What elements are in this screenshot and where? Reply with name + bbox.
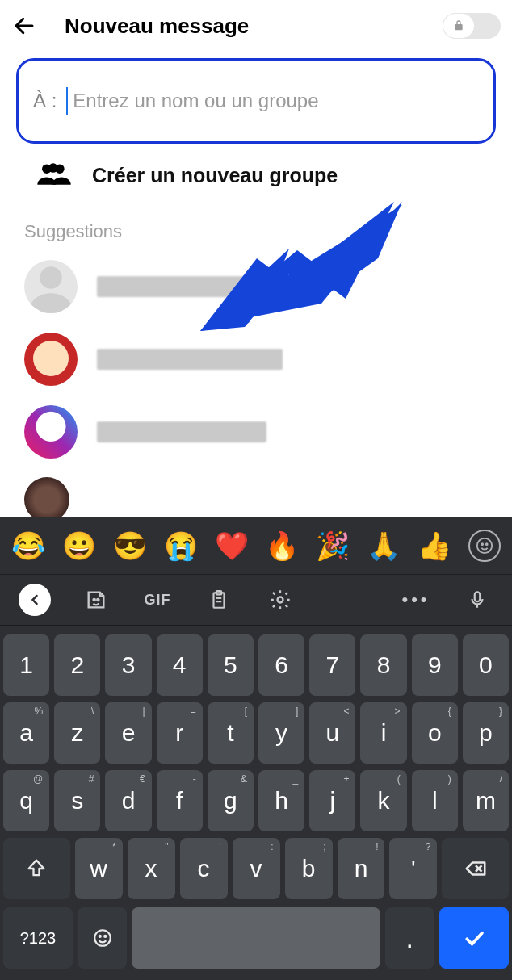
key-z[interactable]: z\: [54, 702, 100, 764]
clipboard-icon[interactable]: [191, 580, 247, 619]
emoji-cool[interactable]: 😎: [113, 530, 147, 562]
suggestion-name: [97, 421, 266, 442]
back-button[interactable]: [11, 13, 37, 39]
more-icon[interactable]: •••: [388, 580, 444, 619]
avatar: [24, 405, 78, 459]
key-symbols[interactable]: ?123: [3, 907, 73, 969]
avatar: [24, 477, 69, 522]
emoji-party[interactable]: 🎉: [316, 530, 350, 562]
key-f[interactable]: f-: [157, 770, 203, 831]
key-x[interactable]: x": [128, 838, 175, 899]
key-row-bottom: ?123 .: [0, 903, 512, 975]
key-4[interactable]: 4: [157, 634, 203, 696]
header: Nouveau message: [0, 0, 512, 52]
key-c[interactable]: c': [180, 838, 228, 899]
emoji-grin[interactable]: 😀: [62, 530, 96, 562]
emoji-cry[interactable]: 😭: [164, 530, 198, 562]
key-k[interactable]: k(: [360, 770, 406, 831]
key-1[interactable]: 1: [3, 634, 49, 696]
key-backspace[interactable]: [442, 838, 509, 899]
emoji-pray[interactable]: 🙏: [367, 530, 401, 562]
gif-button[interactable]: GIF: [129, 580, 186, 619]
key-row-4: w* x" c' v: b; n! '?: [0, 835, 512, 903]
key-8[interactable]: 8: [360, 634, 406, 696]
mic-icon[interactable]: [449, 580, 506, 619]
suggestion-item[interactable]: [24, 331, 512, 387]
key-apostrophe[interactable]: '?: [389, 838, 437, 899]
toggle-knob: [443, 14, 474, 38]
suggestion-name: [97, 276, 258, 297]
emoji-fire[interactable]: 🔥: [265, 530, 299, 562]
key-r[interactable]: r=: [157, 702, 203, 764]
text-caret: [66, 87, 68, 115]
key-h[interactable]: h_: [258, 770, 304, 831]
avatar: [24, 260, 78, 313]
key-j[interactable]: j+: [309, 770, 355, 831]
svg-point-10: [476, 538, 491, 552]
suggestions-header: Suggestions: [24, 221, 512, 242]
svg-point-23: [94, 930, 111, 946]
svg-point-25: [104, 936, 106, 937]
key-enter[interactable]: [439, 907, 509, 969]
keyboard: 😂 😀 😎 😭 ❤️ 🔥 🎉 🙏 👍 GIF •••: [0, 517, 512, 980]
svg-point-3: [48, 163, 58, 173]
key-q[interactable]: q@: [3, 770, 49, 831]
suggestion-item[interactable]: [24, 404, 512, 460]
key-7[interactable]: 7: [309, 634, 355, 696]
key-row-1: 1 2 3 4 5 6 7 8 9 0: [0, 631, 512, 699]
key-t[interactable]: t[: [208, 702, 254, 764]
key-0[interactable]: 0: [463, 634, 509, 696]
emoji-heart[interactable]: ❤️: [215, 530, 249, 562]
key-period[interactable]: .: [385, 907, 434, 969]
settings-icon[interactable]: [252, 580, 308, 619]
svg-point-12: [485, 543, 487, 545]
key-6[interactable]: 6: [258, 634, 304, 696]
secret-toggle[interactable]: [443, 13, 501, 39]
keyboard-toolbar: GIF •••: [0, 575, 512, 626]
key-i[interactable]: i>: [360, 702, 406, 764]
key-g[interactable]: g&: [208, 770, 254, 831]
key-s[interactable]: s#: [54, 770, 100, 831]
recipient-input[interactable]: [73, 86, 479, 115]
key-2[interactable]: 2: [54, 634, 100, 696]
key-p[interactable]: p}: [463, 702, 509, 764]
key-e[interactable]: e|: [105, 702, 151, 764]
key-l[interactable]: l): [412, 770, 458, 831]
svg-point-11: [481, 543, 483, 545]
key-b[interactable]: b;: [285, 838, 333, 899]
create-group-label: Créer un nouveau groupe: [92, 164, 338, 187]
key-row-3: q@ s# d€ f- g& h_ j+ k( l) m/: [0, 767, 512, 835]
key-v[interactable]: v:: [233, 838, 280, 899]
key-5[interactable]: 5: [208, 634, 254, 696]
group-icon: [36, 161, 73, 189]
key-row-2: a% z\ e| r= t[ y] u< i> o{ p}: [0, 699, 512, 767]
key-y[interactable]: y]: [258, 702, 304, 764]
key-w[interactable]: w*: [75, 838, 123, 899]
avatar: [24, 333, 78, 386]
key-o[interactable]: o{: [412, 702, 458, 764]
page-title: Nouveau message: [65, 14, 249, 39]
emoji-joy[interactable]: 😂: [11, 530, 45, 562]
key-d[interactable]: d€: [105, 770, 151, 831]
svg-rect-20: [475, 592, 481, 601]
sticker-icon[interactable]: [68, 580, 124, 619]
key-9[interactable]: 9: [412, 634, 458, 696]
key-3[interactable]: 3: [105, 634, 151, 696]
emoji-picker-icon[interactable]: [468, 530, 501, 562]
to-field-container[interactable]: À :: [16, 58, 496, 144]
key-m[interactable]: m/: [463, 770, 509, 831]
key-n[interactable]: n!: [338, 838, 385, 899]
suggestion-name: [97, 349, 283, 370]
key-area: 1 2 3 4 5 6 7 8 9 0 a% z\ e| r= t[ y] u<…: [0, 626, 512, 980]
key-space[interactable]: [132, 907, 380, 969]
suggestion-item[interactable]: [24, 258, 512, 315]
svg-point-14: [97, 599, 99, 601]
key-u[interactable]: u<: [309, 702, 355, 764]
key-emoji[interactable]: [78, 907, 127, 969]
key-shift[interactable]: [3, 838, 70, 899]
create-group-row[interactable]: Créer un nouveau groupe: [36, 161, 512, 189]
emoji-thumbsup[interactable]: 👍: [418, 530, 451, 562]
key-a[interactable]: a%: [3, 702, 49, 764]
svg-point-24: [99, 936, 100, 937]
collapse-button[interactable]: [6, 580, 63, 619]
